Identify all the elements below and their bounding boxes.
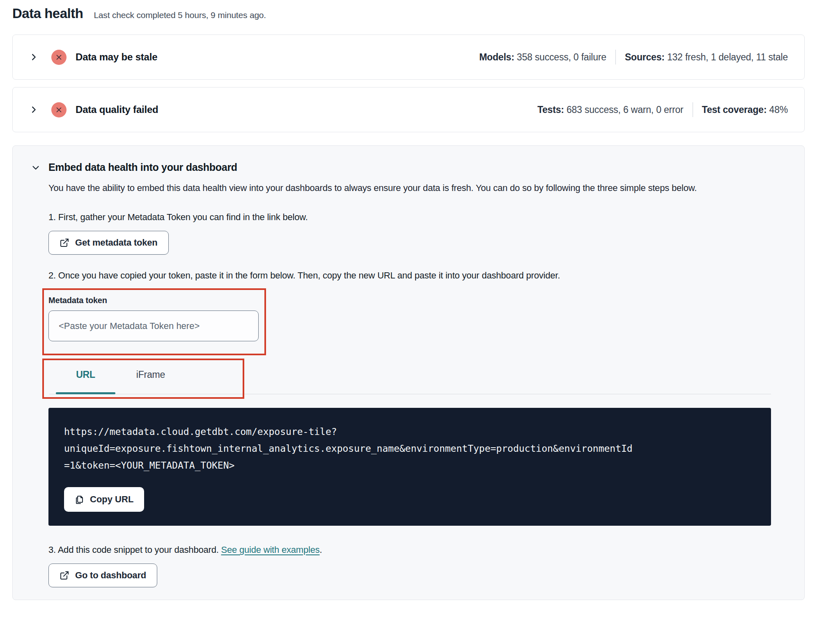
page-title: Data health xyxy=(12,6,83,21)
see-guide-link[interactable]: See guide with examples xyxy=(221,545,320,555)
code-line: uniqueId=exposure.fishtown_internal_anal… xyxy=(64,440,757,457)
models-stat: Models: 358 success, 0 failure xyxy=(479,52,606,63)
chevron-down-icon xyxy=(31,163,40,172)
accordion-title: Data may be stale xyxy=(76,51,157,63)
stats-divider xyxy=(615,50,616,64)
step-1-text: 1. First, gather your Metadata Token you… xyxy=(48,212,771,223)
data-health-page: Data health Last check completed 5 hours… xyxy=(0,0,817,600)
embed-section-body: You have the ability to embed this data … xyxy=(48,180,771,587)
page-header: Data health Last check completed 5 hours… xyxy=(12,6,805,27)
embed-section-title: Embed data health into your dashboard xyxy=(48,161,237,173)
embed-section: Embed data health into your dashboard Yo… xyxy=(12,145,805,600)
code-line: https://metadata.cloud.getdbt.com/exposu… xyxy=(64,423,757,440)
accordion-data-may-be-stale[interactable]: Data may be stale Models: 358 success, 0… xyxy=(12,34,805,80)
external-link-icon xyxy=(60,238,69,248)
embed-description: You have the ability to embed this data … xyxy=(48,180,730,196)
button-label: Go to dashboard xyxy=(75,570,146,581)
tests-stat: Tests: 683 success, 6 warn, 0 error xyxy=(537,104,684,115)
accordion-title: Data quality failed xyxy=(76,104,158,115)
tab-label: iFrame xyxy=(136,369,165,380)
chevron-right-icon xyxy=(29,53,38,62)
metadata-token-annotation-box: Metadata token xyxy=(42,288,266,355)
get-metadata-token-button[interactable]: Get metadata token xyxy=(48,231,169,255)
accordion-data-quality-failed[interactable]: Data quality failed Tests: 683 success, … xyxy=(12,87,805,132)
go-to-dashboard-button[interactable]: Go to dashboard xyxy=(48,564,157,587)
accordion-stats: Tests: 683 success, 6 warn, 0 error Test… xyxy=(537,102,788,117)
metadata-token-label: Metadata token xyxy=(48,296,259,305)
chevron-right-icon xyxy=(29,105,38,114)
button-label: Copy URL xyxy=(90,494,133,505)
output-format-tabs: URL iFrame xyxy=(48,362,771,400)
accordion-stats: Models: 358 success, 0 failure Sources: … xyxy=(479,50,788,64)
copy-icon xyxy=(75,494,85,504)
button-label: Get metadata token xyxy=(75,237,158,248)
last-check-status: Last check completed 5 hours, 9 minutes … xyxy=(94,10,266,20)
code-line: =1&token=<YOUR_METADATA_TOKEN> xyxy=(64,457,757,474)
stats-divider xyxy=(693,102,693,117)
test-coverage-stat: Test coverage: 48% xyxy=(702,104,788,115)
error-x-icon xyxy=(51,102,67,117)
external-link-icon xyxy=(60,570,69,580)
metadata-token-input[interactable] xyxy=(48,310,259,341)
embed-accordion-toggle[interactable]: Embed data health into your dashboard xyxy=(31,161,786,173)
step-2-text: 2. Once you have copied your token, past… xyxy=(48,270,771,281)
tabs-baseline-divider xyxy=(49,394,771,394)
tab-url[interactable]: URL xyxy=(56,369,115,380)
step-3-text: 3. Add this code snippet to your dashboa… xyxy=(48,545,771,555)
sources-stat: Sources: 132 fresh, 1 delayed, 11 stale xyxy=(625,52,788,63)
tab-iframe[interactable]: iFrame xyxy=(115,369,186,380)
error-x-icon xyxy=(51,50,67,65)
embed-url-code-block: https://metadata.cloud.getdbt.com/exposu… xyxy=(48,408,771,526)
tab-label: URL xyxy=(76,369,95,380)
copy-url-button[interactable]: Copy URL xyxy=(64,487,144,512)
